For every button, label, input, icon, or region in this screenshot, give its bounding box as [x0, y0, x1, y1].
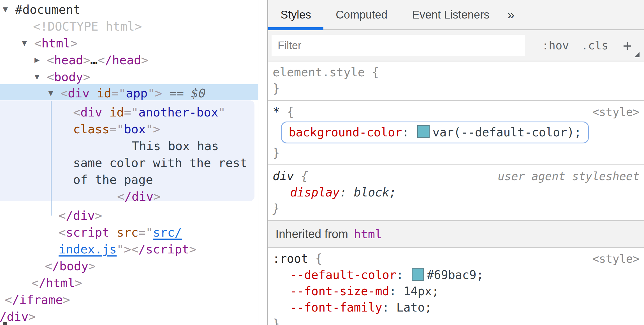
tree-text-line2[interactable]: same color with the rest: [73, 155, 247, 171]
punc-token: <: [31, 276, 39, 290]
star-selector[interactable]: * {: [273, 104, 294, 120]
tree-node-iframe-close[interactable]: </iframe>: [5, 292, 70, 308]
element-style-close: }: [273, 81, 640, 97]
tag-token: /div: [66, 209, 95, 223]
tree-node-doctype[interactable]: <!DOCTYPE html>: [33, 19, 142, 34]
punc-token: >: [88, 259, 96, 273]
link-token[interactable]: index.js: [59, 242, 117, 256]
tag-token: script: [66, 225, 109, 239]
text-token: same color with the rest: [73, 156, 247, 170]
val-token: app: [126, 86, 148, 100]
toggle-cls-button[interactable]: .cls: [581, 39, 608, 52]
tree-node-body-close[interactable]: </body>: [45, 258, 96, 274]
tree-node-another-box-line1[interactable]: <div id="another-box": [73, 104, 226, 120]
filter-input[interactable]: [272, 35, 525, 56]
tree-node-script-line1[interactable]: <script src="src/: [59, 225, 182, 240]
prop-token: --font-family: [290, 301, 382, 314]
tree-node-script-line2[interactable]: index.js"></script>: [59, 241, 196, 257]
brace-token: {: [315, 252, 322, 266]
attr-token: id: [109, 105, 124, 119]
more-tabs-icon[interactable]: »: [502, 0, 520, 29]
punc-token: >: [75, 276, 82, 290]
root-selector[interactable]: :root {: [273, 251, 322, 267]
star-rule-section: * { <style> background-color: var(--defa…: [268, 101, 644, 165]
user-agent-stylesheet-label: user agent stylesheet: [498, 168, 640, 184]
tree-node-another-box-close[interactable]: </div>: [117, 189, 161, 204]
tag-token: div: [68, 86, 90, 100]
tree-node-document[interactable]: ▼#document: [3, 2, 80, 19]
punc-token: <: [5, 293, 12, 307]
tab-event-listeners[interactable]: Event Listeners: [400, 0, 502, 29]
div-selector[interactable]: div {: [273, 168, 308, 184]
tree-node-div-app[interactable]: ▼<div id="app"> == $0: [48, 85, 206, 102]
tree-node-html-open[interactable]: ▼<html>: [22, 35, 78, 52]
brace-token: }: [273, 317, 280, 325]
punc-token: <: [34, 36, 41, 50]
declaration-default-color[interactable]: --default-color: #69bac9;: [273, 267, 640, 283]
colon-token: :: [382, 301, 397, 314]
style-origin-link[interactable]: <style>: [592, 251, 640, 267]
tree-text-line1[interactable]: This box has: [132, 138, 219, 154]
sidebar-tabbar: Styles Computed Event Listeners »: [268, 0, 644, 30]
val-token: another-box: [138, 105, 218, 119]
punc-token: <: [59, 225, 66, 239]
value-token: 14px: [404, 284, 432, 298]
tab-styles[interactable]: Styles: [268, 0, 323, 29]
brace-token: {: [372, 65, 379, 79]
tree-node-div-app-close[interactable]: </div>: [59, 208, 102, 223]
tree-node-html-close[interactable]: </html>: [31, 275, 82, 291]
punc-token: =": [138, 225, 153, 239]
val-token: box: [124, 122, 146, 136]
punc-token: =": [109, 122, 124, 136]
punc-token: >: [189, 242, 196, 256]
punc-token: <: [61, 86, 68, 100]
tag-token: /script: [138, 242, 189, 256]
declaration-font-family[interactable]: --font-family: Lato;: [273, 299, 640, 316]
value-token: var(--default-color): [432, 125, 574, 139]
punc-token: <: [45, 259, 52, 273]
color-swatch[interactable]: [417, 125, 430, 138]
brace-token: }: [273, 202, 280, 216]
brace-token: {: [287, 105, 294, 119]
styles-sidebar: Styles Computed Event Listeners » :hov .…: [268, 0, 644, 325]
node-token: #document: [15, 3, 80, 17]
tab-computed[interactable]: Computed: [323, 0, 400, 29]
declaration-font-size-md[interactable]: --font-size-md: 14px;: [273, 283, 640, 299]
colon-token: :: [402, 125, 416, 139]
div-rule-close: }: [273, 201, 640, 217]
active-tab-underline: [268, 27, 323, 30]
sel-token: :root: [273, 252, 315, 266]
prop-token: display: [290, 186, 340, 199]
inherited-node-link[interactable]: html: [354, 227, 382, 241]
declaration-display[interactable]: display: block;: [273, 184, 640, 201]
tree-node-body-open[interactable]: ▼<body>: [34, 69, 90, 86]
punc-token: >: [63, 293, 70, 307]
toggle-hov-button[interactable]: :hov: [542, 39, 569, 52]
style-origin-link[interactable]: <style>: [592, 104, 640, 120]
prop-token: --font-size-md: [290, 284, 389, 298]
arrow-token: ▼: [22, 35, 34, 51]
punc-token: <: [47, 70, 54, 84]
declaration-background-color[interactable]: background-color: var(--default-color);: [281, 122, 589, 143]
colon-token: :: [396, 268, 411, 282]
dots-token: …: [90, 53, 98, 67]
link-token[interactable]: src/: [153, 225, 182, 239]
arrow-token: ▶: [34, 52, 47, 68]
tag-token: html: [41, 36, 71, 50]
prop-token: background-color: [289, 125, 402, 139]
value-token: #69bac9: [427, 268, 476, 282]
root-rule-close: }: [273, 316, 640, 325]
color-swatch[interactable]: [412, 268, 424, 281]
tree-text-line3[interactable]: of the page: [73, 172, 153, 187]
plain-token: [90, 86, 97, 100]
tree-node-head[interactable]: ▶<head>…</head>: [34, 52, 148, 69]
styles-toolbar: :hov .cls +: [268, 30, 644, 61]
punc-token: =": [111, 86, 126, 100]
tree-node-another-box-line2[interactable]: class="box">: [73, 121, 160, 137]
attr-token: class: [73, 122, 109, 136]
sel-token: *: [273, 105, 287, 119]
new-style-rule-button[interactable]: +: [623, 37, 636, 54]
element-style-open[interactable]: element.style {: [273, 64, 640, 81]
punc-token: <: [59, 209, 66, 223]
attr-token: src: [117, 225, 138, 239]
